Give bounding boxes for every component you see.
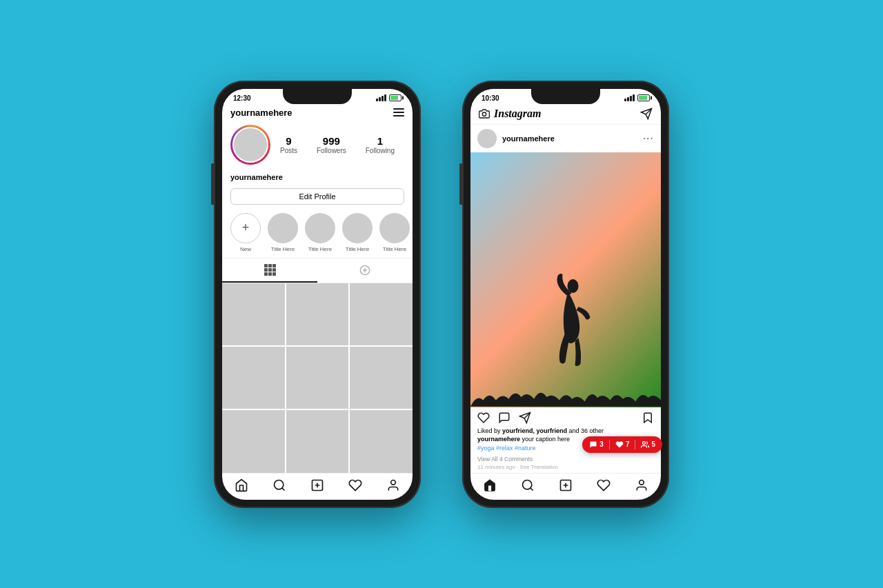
hashtags: #yoga #relax #nature (477, 445, 536, 452)
home-icon-feed (483, 478, 497, 492)
add-nav-button[interactable] (310, 478, 325, 493)
follower-notif-count: 5 (651, 440, 655, 448)
story-1-label: Title Here (271, 246, 295, 252)
post-time: 11 minutes ago · See Translation (470, 464, 661, 473)
send-icon[interactable] (640, 108, 653, 120)
post-avatar[interactable] (477, 129, 497, 148)
status-bar-feed: 10:30 (470, 89, 661, 105)
person-icon-feed (635, 478, 648, 492)
photo-cell[interactable] (350, 347, 413, 409)
status-time-profile: 12:30 (233, 94, 251, 102)
stories-row: + New Title Here Title Here Title Here T… (222, 210, 413, 258)
add-story-button[interactable]: + (230, 213, 261, 243)
battery-icon-feed (637, 94, 650, 101)
add-icon-feed (559, 478, 573, 492)
add-feed-nav-button[interactable] (558, 478, 573, 493)
profile-avatar[interactable] (230, 125, 270, 165)
following-stat[interactable]: 1 Following (366, 135, 395, 154)
followers-label: Followers (317, 147, 346, 154)
camera-icon[interactable] (479, 108, 490, 119)
see-translation[interactable]: · See Translation (515, 464, 558, 470)
likes-nav-button[interactable] (348, 478, 363, 493)
posts-label: Posts (280, 147, 297, 154)
like-notif[interactable]: 7 (615, 440, 630, 449)
person-notif-icon (641, 440, 649, 449)
search-icon-feed (521, 478, 535, 492)
search-icon (272, 478, 286, 492)
profile-nav-button[interactable] (386, 478, 401, 493)
status-bar-profile: 12:30 (222, 89, 413, 105)
tab-grid[interactable] (222, 258, 317, 283)
post-user-info: yournamehere (477, 129, 555, 148)
post-actions (470, 407, 661, 427)
status-icons-feed (624, 94, 650, 101)
posts-stat[interactable]: 9 Posts (280, 135, 297, 154)
phone-profile: 12:30 yournamehere (214, 81, 421, 508)
profile-stats: 9 Posts 999 Followers 1 Following (270, 135, 404, 154)
story-new-label: New (240, 246, 251, 252)
comment-notif-icon (589, 440, 597, 449)
post-image[interactable] (470, 152, 661, 407)
story-4[interactable]: Title Here (379, 213, 410, 252)
like-button[interactable] (477, 412, 490, 424)
grass-silhouette (470, 387, 661, 407)
comment-notif[interactable]: 3 (589, 440, 604, 449)
bottom-nav-profile (222, 473, 413, 500)
photo-cell[interactable] (222, 410, 285, 472)
story-new[interactable]: + New (230, 213, 261, 252)
add-icon (310, 478, 324, 492)
story-3[interactable]: Title Here (342, 213, 373, 252)
photo-cell[interactable] (222, 347, 285, 409)
liked-by-text: Liked by yourfriend, yourfriend and 36 o… (477, 427, 604, 434)
edit-profile-button[interactable]: Edit Profile (230, 188, 404, 205)
bottom-nav-feed (470, 473, 661, 500)
post-more-button[interactable]: ··· (643, 132, 654, 145)
home-feed-nav-button[interactable] (482, 478, 497, 493)
likes-feed-nav-button[interactable] (596, 478, 611, 493)
photo-cell[interactable] (222, 283, 285, 345)
post-actions-left (477, 412, 531, 424)
feed-header-icons (640, 108, 653, 120)
status-icons-profile (376, 94, 401, 101)
profile-feed-nav-button[interactable] (634, 478, 649, 493)
phone-feed: 10:30 Instagram (462, 81, 669, 508)
post-username: yournamehere (502, 134, 555, 143)
photo-cell[interactable] (286, 283, 349, 345)
signal-icon-feed (624, 94, 635, 101)
svg-point-6 (391, 480, 396, 485)
save-button[interactable] (642, 412, 654, 424)
view-comments-button[interactable]: View All 4 Comments (470, 456, 661, 464)
search-nav-button[interactable] (272, 478, 287, 493)
photo-cell[interactable] (286, 347, 349, 409)
follower-notif[interactable]: 5 (641, 440, 655, 449)
signal-icon (376, 94, 386, 101)
followers-stat[interactable]: 999 Followers (317, 135, 346, 154)
svg-point-1 (274, 480, 283, 489)
profile-name-row: yournamehere (222, 170, 413, 188)
photo-grid (222, 283, 413, 473)
posts-count: 9 (286, 135, 291, 147)
photo-cell[interactable] (350, 410, 413, 472)
comment-button[interactable] (498, 412, 510, 424)
followers-count: 999 (323, 135, 340, 147)
photo-cell[interactable] (286, 410, 349, 472)
story-2[interactable]: Title Here (305, 213, 335, 252)
home-nav-button[interactable] (234, 478, 249, 493)
tab-tagged[interactable] (317, 258, 413, 283)
svg-point-13 (643, 441, 646, 444)
grid-icon (264, 264, 276, 276)
share-button[interactable] (519, 412, 531, 424)
liked-by-friends: yourfriend, yourfriend (502, 427, 567, 434)
yoga-silhouette (555, 272, 593, 369)
story-1[interactable]: Title Here (268, 213, 298, 252)
person-icon (386, 478, 400, 492)
menu-icon[interactable] (393, 108, 404, 116)
photo-cell[interactable] (350, 283, 413, 345)
notification-bubble: 3 7 5 (582, 436, 661, 453)
caption-username[interactable]: yournamehere (477, 436, 520, 443)
comment-notif-count: 3 (599, 440, 604, 448)
phone-profile-screen: 12:30 yournamehere (222, 89, 413, 500)
following-count: 1 (377, 135, 383, 147)
svg-point-7 (482, 112, 486, 116)
search-feed-nav-button[interactable] (520, 478, 535, 493)
